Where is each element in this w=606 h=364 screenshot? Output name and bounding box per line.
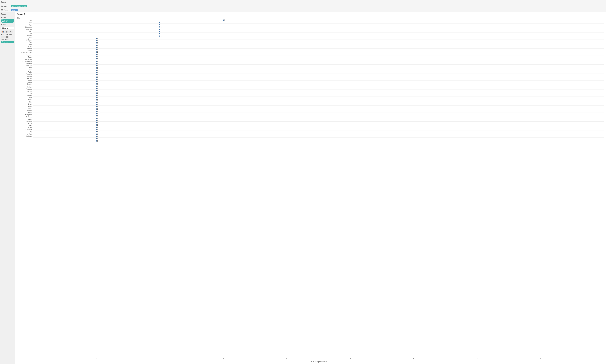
dot-count-label: 1 bbox=[97, 47, 98, 48]
dot-row: 1 bbox=[33, 124, 604, 126]
y-label: Valence bbox=[17, 47, 32, 50]
dot-count-label: 1 bbox=[97, 76, 98, 78]
y-label: Orleans bbox=[17, 94, 32, 96]
dot-count-label: 2 bbox=[161, 22, 161, 23]
dot-count-label: 1 bbox=[97, 74, 98, 76]
svg-point-3 bbox=[2, 31, 3, 32]
dot-row: 1 bbox=[33, 56, 604, 58]
dot-row: 1 bbox=[33, 51, 604, 53]
y-label: Vichy bbox=[17, 41, 32, 43]
y-label: Le Tourquet bbox=[17, 129, 32, 131]
x-ticks: 0123456789 bbox=[33, 357, 604, 360]
pages-section: Pages bbox=[1, 13, 14, 15]
x-tick: 3 bbox=[223, 358, 224, 359]
y-label: Nantes bbox=[17, 105, 32, 107]
dot-count-label: 1 bbox=[97, 53, 98, 55]
data-dot bbox=[96, 129, 97, 130]
dot-count-label: 1 bbox=[97, 81, 98, 82]
dot-row: 1 bbox=[33, 72, 604, 74]
dot-count-label: 2 bbox=[161, 28, 161, 30]
dot-count-label: 1 bbox=[97, 86, 98, 87]
label-button[interactable]: T Label bbox=[9, 30, 13, 35]
data-dot bbox=[96, 63, 97, 64]
dot-row: 1 bbox=[33, 122, 604, 124]
columns-pill[interactable]: CNT(Airport Name) bbox=[11, 5, 27, 7]
dot-count-label: 1 bbox=[97, 97, 98, 99]
data-dot bbox=[96, 108, 97, 110]
data-dot bbox=[96, 86, 97, 87]
tooltip-button[interactable]: Tooltip bbox=[5, 36, 9, 40]
tooltip-icon bbox=[5, 36, 9, 39]
size-button[interactable]: Size bbox=[5, 30, 9, 35]
y-label: Troyes bbox=[17, 50, 32, 52]
y-label: Limoges bbox=[17, 127, 32, 129]
dot-count-label: 1 bbox=[97, 60, 98, 62]
svg-point-4 bbox=[3, 31, 4, 32]
dot-row: 1 bbox=[33, 76, 604, 78]
size-icon bbox=[5, 30, 9, 33]
y-label: Toussous-le-noble bbox=[17, 52, 32, 54]
y-label: Pontoise bbox=[17, 84, 32, 86]
data-dot bbox=[223, 20, 224, 21]
y-label: Nevers bbox=[17, 103, 32, 105]
y-label: Morlaix bbox=[17, 112, 32, 114]
top-bar: Pages Columns CNT(Airport Name) Rows Cit… bbox=[0, 0, 606, 12]
filter-chip[interactable]: Country: France bbox=[1, 19, 14, 23]
dot-row: 1 bbox=[33, 119, 604, 122]
color-button[interactable]: Color bbox=[1, 30, 5, 35]
data-dot bbox=[96, 56, 97, 57]
dot-count-label: 1 bbox=[97, 133, 98, 135]
plot-area: 9322222221111111111111111111111111111111… bbox=[33, 17, 604, 363]
dot-row: 1 bbox=[33, 104, 604, 106]
data-dot bbox=[96, 54, 97, 55]
y-label: Rochefort bbox=[17, 73, 32, 75]
x-tick: 1 bbox=[96, 358, 97, 359]
dot-row: 1 bbox=[33, 40, 604, 42]
dot-row: 1 bbox=[33, 126, 604, 129]
dot-count-label: 1 bbox=[97, 88, 98, 89]
mark-type-dropdown[interactable]: Circle ▼ bbox=[1, 27, 14, 29]
dot-count-label: 1 bbox=[97, 136, 98, 137]
columns-label: Columns bbox=[1, 5, 10, 7]
dot-row: 1 bbox=[33, 99, 604, 101]
chevron-down-icon: ▼ bbox=[7, 27, 8, 29]
y-label: Niort bbox=[17, 97, 32, 99]
pages-section-title: Pages bbox=[1, 13, 14, 15]
y-label: Montpellier bbox=[17, 114, 32, 116]
y-label: Toulouse bbox=[17, 54, 32, 56]
x-filter-icon: ≡ bbox=[326, 361, 327, 363]
dot-row: 1 bbox=[33, 60, 604, 62]
y-label: Strasbourg bbox=[17, 26, 32, 28]
dot-row: 2 bbox=[33, 30, 604, 33]
dot-count-label: 1 bbox=[97, 38, 98, 39]
city-header: City ≡ bbox=[17, 17, 32, 20]
y-label: Cannes bbox=[17, 35, 32, 37]
data-dot bbox=[96, 79, 97, 80]
data-dot bbox=[96, 138, 97, 139]
country-chip[interactable]: Country bbox=[1, 41, 14, 43]
dot-row: 2 bbox=[33, 28, 604, 30]
dot-count-label: 1 bbox=[97, 58, 98, 60]
data-dot bbox=[96, 97, 97, 98]
y-label: Mende bbox=[17, 118, 32, 120]
data-dot bbox=[96, 133, 97, 135]
dot-count-label: 1 bbox=[97, 65, 98, 66]
svg-marker-7 bbox=[7, 38, 7, 38]
svg-rect-2 bbox=[1, 11, 3, 11]
dot-row: 1 bbox=[33, 58, 604, 60]
dot-row: 1 bbox=[33, 69, 604, 71]
dot-row: 1 bbox=[33, 110, 604, 112]
dot-row: 1 bbox=[33, 113, 604, 115]
dot-row: 1 bbox=[33, 49, 604, 51]
dot-row: 1 bbox=[33, 108, 604, 110]
dot-row: 2 bbox=[33, 35, 604, 37]
data-dot bbox=[96, 47, 97, 48]
data-dot bbox=[96, 111, 97, 112]
dot-count-label: 1 bbox=[97, 56, 98, 57]
data-dot bbox=[96, 131, 97, 132]
y-label: Macon bbox=[17, 122, 32, 124]
detail-button[interactable]: ⋮ Detail bbox=[1, 36, 5, 40]
rows-pill[interactable]: City ≡ bbox=[11, 9, 18, 11]
y-label: Tarbes bbox=[17, 56, 32, 58]
data-dot bbox=[96, 38, 97, 39]
